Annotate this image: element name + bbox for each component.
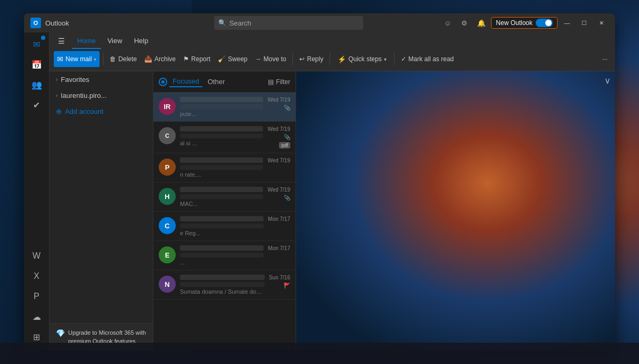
email-content: pute... — [180, 97, 263, 117]
mail-badge — [41, 36, 45, 40]
email-item[interactable]: P n rate,... Wed 7/19 — [153, 153, 296, 183]
attachment-icon: 📎 — [284, 195, 290, 201]
email-item[interactable]: IR pute... Wed 7/19 📎 — [153, 93, 296, 122]
sidebar-account[interactable]: › laurentiu.piro... — [50, 87, 153, 103]
archive-icon: 📥 — [144, 55, 152, 63]
more-commands-button[interactable]: ··· — [599, 51, 611, 67]
rail-powerpoint-icon[interactable]: P — [27, 287, 46, 306]
email-meta: Wed 7/19 📎 — [267, 97, 290, 111]
rail-word-icon[interactable]: W — [27, 246, 46, 266]
avatar: N — [159, 276, 176, 293]
title-bar: O Outlook 🔍 Search ☺ ⚙ 🔔 New Outlook — ☐… — [24, 13, 615, 32]
close-button[interactable]: ✕ — [594, 16, 609, 29]
move-to-button[interactable]: → Move to — [252, 51, 290, 67]
filter-radio-focused[interactable] — [159, 78, 167, 86]
reading-pane-chevron-icon[interactable]: ∨ — [604, 76, 611, 86]
filter-tab-other[interactable]: Other — [204, 77, 228, 87]
email-sender — [180, 126, 263, 131]
rail-mail-icon[interactable]: ✉ — [27, 35, 46, 54]
reading-pane: ∨ — [296, 71, 615, 351]
avatar: C — [159, 127, 176, 144]
ribbon: ☰ Home View Help ✉ New mail ▾ 🗑 Delete — [50, 32, 615, 71]
email-item[interactable]: C e Reg... Mon 7/17 — [153, 212, 296, 241]
filter-icon: ▤ — [268, 78, 274, 86]
email-item[interactable]: H MAC... Wed 7/19 📎 — [153, 183, 296, 212]
search-icon: 🔍 — [218, 19, 226, 27]
ribbon-tabs: ☰ Home View Help — [50, 32, 615, 49]
email-content: MAC... — [180, 187, 263, 207]
email-sender — [180, 275, 265, 280]
report-icon: ⚑ — [183, 55, 189, 63]
report-button[interactable]: ⚑ Report — [180, 51, 214, 67]
settings-icon[interactable]: ⚙ — [457, 16, 472, 29]
reading-pane-background — [296, 71, 615, 351]
filter-tab-focused[interactable]: Focused — [169, 76, 202, 87]
email-content: n rate,... — [180, 158, 263, 178]
email-meta: Sun 7/16 🚩 — [269, 275, 290, 288]
minimize-button[interactable]: — — [560, 16, 575, 29]
email-sender — [180, 216, 264, 221]
title-bar-left: O Outlook — [30, 18, 137, 28]
outlook-logo-icon: O — [30, 18, 41, 28]
new-mail-button[interactable]: ✉ New mail ▾ — [54, 51, 100, 67]
email-item[interactable]: E ... Mon 7/17 — [153, 241, 296, 270]
add-account-button[interactable]: ⊕ Add account — [50, 103, 153, 119]
email-preview: Sumata doamna / Sumate domin, in calit..… — [180, 288, 265, 295]
sidebar: › Favorites › laurentiu.piro... ⊕ Add ac… — [50, 71, 153, 351]
ribbon-divider-4 — [394, 53, 395, 65]
quick-steps-icon: ⚡ — [338, 55, 346, 63]
ribbon-divider-2 — [292, 53, 293, 65]
archive-button[interactable]: 📥 Archive — [141, 51, 179, 67]
email-date: Mon 7/17 — [268, 245, 290, 251]
new-mail-label: New mail — [65, 55, 92, 63]
sweep-button[interactable]: 🧹 Sweep — [215, 51, 251, 67]
sweep-icon: 🧹 — [218, 55, 226, 63]
quick-steps-chevron-icon: ▾ — [384, 56, 387, 62]
hamburger-button[interactable]: ☰ — [54, 34, 69, 48]
tab-view[interactable]: View — [102, 33, 128, 49]
delete-button[interactable]: 🗑 Delete — [106, 51, 140, 67]
mark-all-read-button[interactable]: ✓ Mark all as read — [398, 51, 457, 67]
new-mail-chevron-icon: ▾ — [94, 56, 96, 62]
rail-calendar-icon[interactable]: 📅 — [27, 55, 46, 74]
rail-contacts-icon[interactable]: 👥 — [27, 75, 46, 94]
rail-onedrive-icon[interactable]: ☁ — [27, 307, 46, 326]
ribbon-divider-1 — [103, 53, 103, 65]
content-area: ✉ 📅 👥 ✔ W X P ☁ ⊞ ☰ Home View — [24, 32, 615, 351]
email-subject — [180, 104, 263, 109]
email-sender — [180, 187, 263, 192]
app-title: Outlook — [45, 19, 69, 27]
avatar: P — [159, 159, 176, 176]
move-to-icon: → — [255, 55, 261, 63]
outlook-window: O Outlook 🔍 Search ☺ ⚙ 🔔 New Outlook — ☐… — [24, 13, 615, 351]
avatar: E — [159, 246, 176, 263]
main-pane: ☰ Home View Help ✉ New mail ▾ 🗑 Delete — [50, 32, 615, 351]
ribbon-commands: ✉ New mail ▾ 🗑 Delete 📥 Archive ⚑ — [50, 49, 615, 71]
upgrade-icon: 💎 — [56, 329, 65, 337]
feedback-icon[interactable]: ☺ — [440, 16, 455, 29]
maximize-button[interactable]: ☐ — [577, 16, 592, 29]
account-label: laurentiu.piro... — [61, 92, 106, 100]
reply-icon: ↩ — [299, 55, 305, 63]
email-content: al si ... — [180, 126, 263, 146]
reply-button[interactable]: ↩ Reply — [296, 51, 326, 67]
email-date: Wed 7/19 — [267, 187, 290, 193]
sidebar-favorites[interactable]: › Favorites — [50, 71, 153, 87]
email-meta: Wed 7/19 📎 — [267, 187, 290, 201]
new-outlook-toggle[interactable] — [536, 19, 553, 27]
avatar: IR — [159, 98, 176, 115]
quick-steps-button[interactable]: ⚡ Quick steps ▾ — [333, 51, 391, 67]
filter-button[interactable]: ▤ Filter — [268, 78, 290, 86]
email-subject — [180, 134, 263, 138]
rail-tasks-icon[interactable]: ✔ — [27, 95, 46, 114]
email-subject — [180, 165, 263, 170]
email-item[interactable]: N Sumata doamna / Sumate domin, in calit… — [153, 270, 296, 300]
email-item[interactable]: C al si ... Wed 7/19 📎 pdf — [153, 122, 296, 153]
rail-excel-icon[interactable]: X — [27, 267, 46, 286]
tab-help[interactable]: Help — [129, 33, 154, 49]
tab-home[interactable]: Home — [72, 33, 101, 49]
search-box[interactable]: 🔍 Search — [214, 16, 363, 30]
email-sender — [180, 245, 264, 251]
email-date: Mon 7/17 — [268, 216, 290, 222]
notification-icon[interactable]: 🔔 — [474, 16, 489, 29]
